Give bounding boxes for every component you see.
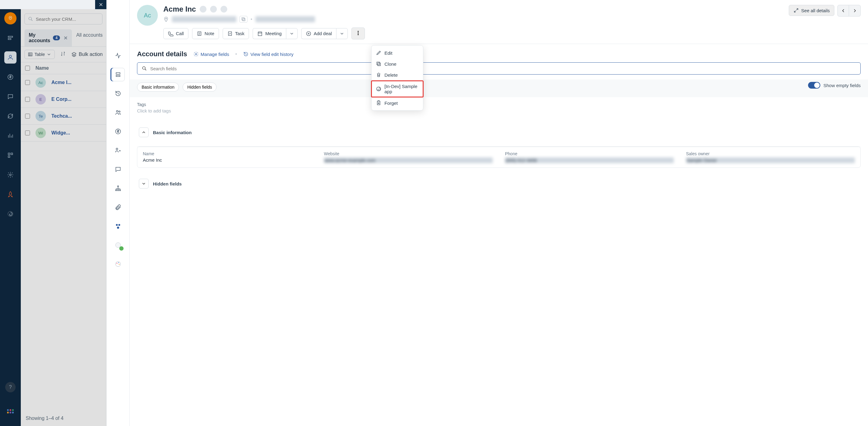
copy-address-button[interactable] bbox=[240, 16, 247, 23]
section-activity[interactable] bbox=[111, 49, 125, 62]
tab-all-accounts[interactable]: All accounts bbox=[72, 29, 102, 46]
list-row[interactable]: Wi Widge... bbox=[21, 125, 106, 141]
crm-search-input[interactable] bbox=[36, 17, 99, 22]
nav-deals[interactable] bbox=[4, 71, 17, 83]
close-tab-icon[interactable]: ✕ bbox=[64, 35, 68, 41]
section-app3[interactable] bbox=[111, 257, 125, 271]
menu-label: Forget bbox=[384, 101, 398, 106]
copy-icon bbox=[241, 17, 246, 22]
crm-search[interactable] bbox=[25, 13, 102, 25]
svg-point-0 bbox=[10, 17, 11, 18]
app-switcher[interactable] bbox=[6, 408, 15, 417]
basic-info-header: Basic information bbox=[137, 124, 861, 141]
field-label: Phone bbox=[505, 151, 674, 156]
next-account-button[interactable] bbox=[849, 5, 861, 17]
section-team[interactable] bbox=[111, 144, 125, 157]
tab-my-accounts[interactable]: My accounts 4 ✕ bbox=[25, 29, 72, 46]
add-deal-dropdown[interactable] bbox=[336, 28, 348, 39]
view-tabs: My accounts 4 ✕ All accounts bbox=[21, 29, 106, 47]
menu-sample-app[interactable]: [In-Dev] Sample app bbox=[372, 81, 423, 97]
close-panel-button[interactable] bbox=[95, 0, 107, 9]
detail-body: Ac Acme Inc 1234 Main Street, Suite 1234… bbox=[130, 0, 868, 426]
search-fields-input-wrap[interactable] bbox=[137, 62, 861, 74]
nav-settings[interactable] bbox=[4, 169, 17, 181]
section-files[interactable] bbox=[111, 200, 125, 214]
nav-sequences[interactable] bbox=[4, 110, 17, 122]
menu-clone[interactable]: Clone bbox=[372, 58, 423, 69]
list-row[interactable]: E E Corp... bbox=[21, 91, 106, 108]
menu-delete[interactable]: Delete bbox=[372, 69, 423, 80]
nav-conversations[interactable] bbox=[4, 91, 17, 103]
row-checkbox[interactable] bbox=[25, 130, 30, 135]
section-chat[interactable] bbox=[111, 163, 125, 176]
meeting-dropdown[interactable] bbox=[286, 28, 298, 39]
svg-point-34 bbox=[118, 262, 119, 263]
menu-label: Delete bbox=[384, 72, 398, 77]
chip-basic-information[interactable]: Basic information bbox=[137, 83, 179, 92]
row-name[interactable]: Widge... bbox=[51, 130, 102, 136]
see-all-details-button[interactable]: See all details bbox=[789, 5, 834, 16]
manage-label: Manage fields bbox=[200, 52, 229, 57]
collapse-basic-button[interactable] bbox=[139, 127, 149, 137]
show-empty-toggle[interactable] bbox=[808, 82, 820, 89]
prev-account-button[interactable] bbox=[837, 5, 849, 17]
nav-reports[interactable] bbox=[4, 130, 17, 142]
row-checkbox[interactable] bbox=[25, 97, 30, 102]
row-name[interactable]: Acme I... bbox=[51, 80, 102, 85]
pencil-icon bbox=[376, 50, 381, 56]
select-all-checkbox[interactable] bbox=[25, 66, 30, 71]
svg-point-10 bbox=[7, 409, 9, 411]
help-button[interactable]: ? bbox=[5, 382, 16, 392]
tags-placeholder[interactable]: Click to add tags bbox=[137, 108, 861, 113]
history-icon bbox=[243, 51, 249, 57]
row-checkbox[interactable] bbox=[25, 114, 30, 119]
add-deal-button[interactable]: Add deal bbox=[301, 28, 336, 39]
app-logo[interactable] bbox=[4, 12, 17, 25]
section-app1[interactable] bbox=[111, 220, 125, 233]
view-mode-table[interactable]: Table bbox=[25, 50, 55, 59]
list-row[interactable]: Te Techca... bbox=[21, 108, 106, 125]
section-app2[interactable] bbox=[111, 238, 125, 252]
field-name: NameAcme Inc bbox=[143, 151, 312, 163]
row-checkbox[interactable] bbox=[25, 80, 30, 85]
svg-point-25 bbox=[115, 190, 117, 191]
basic-info-block: NameAcme Inc Websitewww.acme-example.com… bbox=[137, 146, 861, 168]
add-deal-label: Add deal bbox=[314, 31, 332, 36]
sort-button[interactable] bbox=[59, 50, 67, 59]
nav-contacts[interactable] bbox=[4, 51, 17, 64]
search-fields-input[interactable] bbox=[150, 66, 856, 71]
facebook-icon[interactable] bbox=[200, 6, 207, 12]
chip-hidden-fields[interactable]: Hidden fields bbox=[183, 83, 217, 92]
linkedin-icon[interactable] bbox=[220, 6, 227, 12]
note-button[interactable]: Note bbox=[192, 28, 219, 39]
call-button[interactable]: Call bbox=[163, 28, 188, 39]
more-actions-button[interactable] bbox=[351, 28, 365, 39]
add-deal-split: Add deal bbox=[301, 28, 348, 39]
section-hierarchy[interactable] bbox=[111, 182, 125, 195]
list-row[interactable]: Ac Acme I... bbox=[21, 74, 106, 91]
nav-dashboard[interactable] bbox=[4, 32, 17, 44]
menu-forget[interactable]: Forget bbox=[372, 97, 423, 108]
section-details[interactable] bbox=[111, 68, 125, 81]
svg-rect-5 bbox=[8, 153, 10, 155]
phone-icon bbox=[168, 31, 174, 36]
task-button[interactable]: Task bbox=[223, 28, 249, 39]
view-history-link[interactable]: View field edit history bbox=[243, 51, 293, 57]
manage-fields-link[interactable]: Manage fields bbox=[193, 51, 229, 57]
svg-point-44 bbox=[358, 33, 359, 33]
menu-edit[interactable]: Edit bbox=[372, 47, 423, 58]
section-history[interactable] bbox=[111, 87, 125, 100]
separator-dot: • bbox=[235, 51, 237, 57]
twitter-icon[interactable] bbox=[210, 6, 217, 12]
expand-hidden-button[interactable] bbox=[139, 179, 149, 189]
meeting-button[interactable]: Meeting bbox=[253, 28, 286, 39]
nav-rocket[interactable] bbox=[4, 188, 17, 200]
nav-marketplace[interactable] bbox=[4, 208, 17, 220]
bulk-actions[interactable]: Bulk actions bbox=[71, 52, 102, 57]
section-deals[interactable] bbox=[111, 125, 125, 138]
section-contacts[interactable] bbox=[111, 106, 125, 119]
blue-people-icon bbox=[114, 223, 122, 230]
nav-apps[interactable] bbox=[4, 149, 17, 161]
row-name[interactable]: Techca... bbox=[51, 113, 102, 119]
row-name[interactable]: E Corp... bbox=[51, 97, 102, 102]
